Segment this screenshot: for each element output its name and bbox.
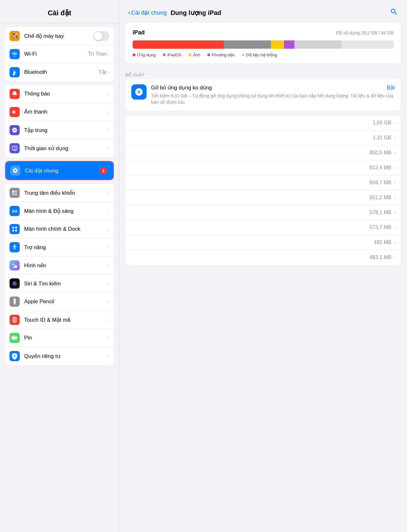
screentime-icon [10, 143, 20, 153]
search-button[interactable] [390, 8, 398, 18]
svg-rect-3 [12, 193, 15, 195]
list-item[interactable]: 850,5 MB › [126, 145, 401, 160]
app-list: 1,65 GB › 1,31 GB › 850,5 MB › 612,4 MB … [126, 116, 401, 265]
svg-rect-4 [15, 193, 17, 195]
list-item[interactable]: 604,7 MB › [126, 175, 401, 190]
legend-dot-media [207, 53, 210, 56]
sidebar-item-notifications[interactable]: Thông báo › [5, 85, 114, 103]
focus-icon [10, 125, 20, 135]
bar-photos [271, 40, 284, 49]
legend-dot-photos [189, 53, 191, 56]
back-button[interactable]: ‹ Cài đặt chung [128, 9, 167, 17]
accessibility-chevron: › [108, 244, 109, 250]
app-size-8: 573,7 MB [131, 225, 391, 230]
svg-rect-16 [12, 337, 16, 339]
svg-point-11 [12, 281, 17, 285]
wallpaper-icon [10, 260, 20, 270]
sidebar-label-wifi: Wi-Fi [24, 51, 88, 57]
list-item[interactable]: 483,1 MB › [126, 250, 401, 265]
svg-rect-8 [15, 230, 17, 232]
recommendation-title: Gỡ bỏ ứng dụng ko dùng [151, 84, 212, 91]
bar-ipados [224, 40, 271, 49]
chevron-icon-10: › [394, 255, 396, 260]
legend-dot-ipados [163, 53, 166, 56]
wifi-chevron: › [108, 51, 109, 57]
sidebar-section-general: Cài đặt chung 1 [5, 161, 114, 180]
recommendation-action-button[interactable]: Bật [387, 84, 395, 91]
battery-chevron: › [108, 335, 109, 341]
legend-dot-system [242, 53, 245, 56]
wifi-value: Tri Tran [88, 51, 107, 57]
applepencil-icon [10, 297, 20, 307]
sidebar-item-siri[interactable]: Siri & Tìm kiếm › [5, 275, 114, 293]
storage-card: iPad Đã sử dụng 28,2 GB / 64 GB Ứng dụng… [126, 23, 401, 63]
sidebar-item-bluetooth[interactable]: Bluetooth Tắt › [5, 63, 114, 81]
recommendation-content: Gỡ bỏ ứng dụng ko dùng Bật Tiết kiệm 6,8… [151, 84, 395, 105]
sidebar-item-applepencil[interactable]: Apple Pencil › [5, 293, 114, 311]
general-badge: 1 [100, 167, 107, 174]
sidebar-item-display[interactable]: AA Màn hình & Độ sáng › [5, 202, 114, 220]
screentime-chevron: › [108, 145, 109, 151]
list-item[interactable]: 573,7 MB › [126, 220, 401, 235]
sidebar-item-touchid[interactable]: Touch ID & Mật mã › [5, 311, 114, 329]
legend-label-apps: Ứng dụng [137, 52, 156, 57]
list-item[interactable]: 1,31 GB › [126, 130, 401, 145]
wallpaper-chevron: › [108, 262, 109, 268]
chevron-icon-2: › [394, 135, 396, 141]
sidebar-item-airplane[interactable]: ✈️ Chế độ máy bay [5, 27, 114, 45]
display-chevron: › [108, 208, 109, 214]
svg-marker-13 [14, 304, 16, 305]
legend-ipados: iPadOS [163, 52, 182, 57]
legend-photos: Ảnh [189, 52, 200, 57]
touchid-chevron: › [108, 317, 109, 323]
chevron-icon-8: › [394, 225, 396, 230]
siri-chevron: › [108, 281, 109, 286]
airplane-icon: ✈️ [10, 31, 20, 41]
sidebar-label-airplane: Chế độ máy bay [24, 33, 93, 39]
list-item[interactable]: 1,65 GB › [126, 116, 401, 130]
sidebar-item-wallpaper[interactable]: Hình nền › [5, 256, 114, 275]
page-title: Dung lượng iPad [170, 9, 390, 17]
sidebar-label-applepencil: Apple Pencil [24, 298, 108, 305]
sidebar-item-sounds[interactable]: Âm thanh › [5, 103, 114, 121]
app-size-4: 612,4 MB [131, 165, 391, 171]
sidebar-label-homescreen: Màn hình chính & Dock [24, 226, 108, 232]
sounds-icon [10, 107, 20, 117]
recommendation-inner: Gỡ bỏ ứng dụng ko dùng Bật Tiết kiệm 6,8… [131, 84, 395, 105]
sidebar-item-focus[interactable]: Tập trung › [5, 121, 114, 139]
legend-label-photos: Ảnh [193, 52, 200, 57]
svg-rect-1 [12, 191, 15, 193]
sidebar-item-accessibility[interactable]: Trợ năng › [5, 238, 114, 256]
list-item[interactable]: 601,2 MB › [126, 190, 401, 205]
sidebar-item-battery[interactable]: Pin › [5, 329, 114, 347]
homescreen-chevron: › [108, 226, 109, 232]
sidebar-item-privacy[interactable]: Quyền riêng tư › [5, 347, 114, 365]
sidebar-label-bluetooth: Bluetooth [24, 69, 99, 75]
back-chevron-icon: ‹ [128, 9, 130, 17]
sidebar-item-controlcenter[interactable]: Trung tâm điều khiển › [5, 184, 114, 202]
list-item[interactable]: 578,1 MB › [126, 205, 401, 220]
sidebar-section-1: ✈️ Chế độ máy bay Wi-Fi Tri Tran › [5, 27, 114, 81]
legend-label-system: Dữ liệu hệ thống [246, 52, 277, 57]
sidebar-item-homescreen[interactable]: Màn hình chính & Dock › [5, 220, 114, 238]
device-name: iPad [133, 29, 145, 36]
sidebar-label-privacy: Quyền riêng tư [24, 353, 108, 360]
bar-apps [133, 40, 224, 49]
list-item[interactable]: 612,4 MB › [126, 160, 401, 175]
sidebar-label-screentime: Thời gian sử dụng [24, 145, 108, 152]
legend-dot-apps [133, 53, 135, 56]
svg-rect-15 [17, 337, 17, 339]
airplane-toggle[interactable] [93, 31, 109, 41]
siri-icon [10, 278, 20, 289]
legend-label-ipados: iPadOS [167, 52, 182, 57]
svg-rect-6 [15, 227, 17, 229]
legend-system: Dữ liệu hệ thống [242, 52, 277, 57]
chevron-icon-4: › [394, 165, 396, 171]
sidebar-item-general[interactable]: Cài đặt chung 1 [6, 162, 113, 179]
sidebar-item-screentime[interactable]: Thời gian sử dụng › [5, 139, 114, 157]
bluetooth-icon [10, 67, 20, 77]
sidebar-item-wifi[interactable]: Wi-Fi Tri Tran › [5, 45, 114, 63]
recommendation-card: Gỡ bỏ ứng dụng ko dùng Bật Tiết kiệm 6,8… [126, 79, 401, 110]
sidebar-label-sounds: Âm thanh [24, 109, 108, 115]
list-item[interactable]: 492 MB › [126, 235, 401, 250]
